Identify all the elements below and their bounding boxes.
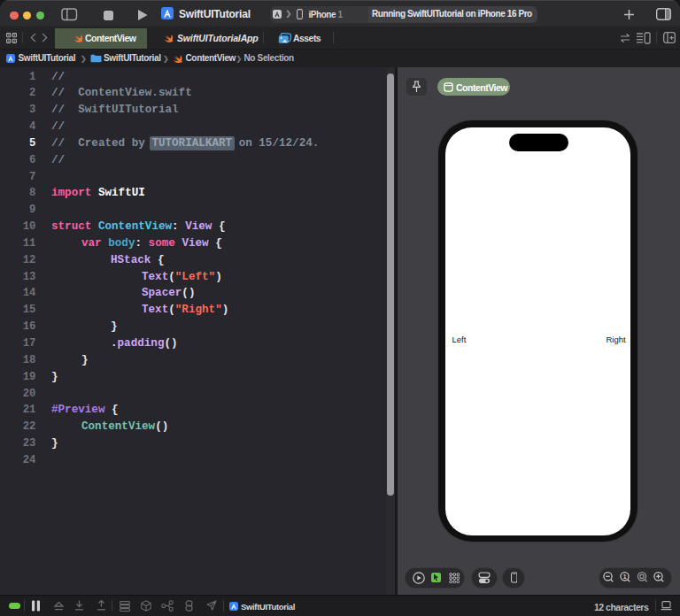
svg-text:1: 1 [623,573,627,581]
